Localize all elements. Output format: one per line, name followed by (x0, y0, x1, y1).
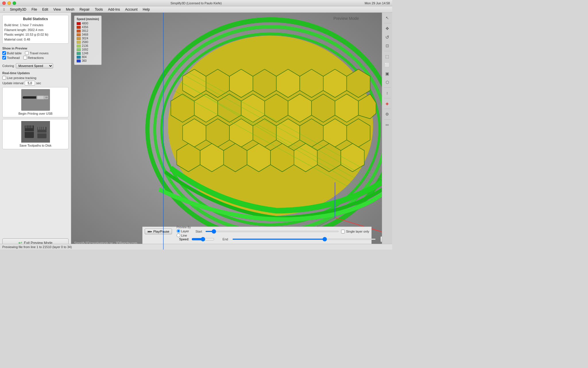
menu-file[interactable]: File (29, 7, 39, 12)
object-svg: Simplify3D/creativetools.se - 3DBenchy.c… (71, 13, 382, 250)
legend-item-3468: 3468 (77, 33, 99, 36)
show-preview-section: Show in Preview Build table Travel moves… (2, 47, 69, 60)
stat-build-time: Build time: 1 hour 7 minutes (4, 23, 67, 28)
build-table-checkbox[interactable] (2, 51, 6, 55)
single-layer-checkbox-item[interactable]: Single layer only (341, 230, 369, 233)
toolhead-checkbox-item[interactable]: Toolhead (2, 56, 20, 60)
update-interval-input[interactable] (25, 81, 35, 85)
menu-account[interactable]: Account (123, 7, 140, 12)
coloring-label: Coloring (2, 64, 14, 68)
svg-rect-15 (38, 127, 40, 130)
disk-button-label: Save Toolpaths to Disk (20, 144, 52, 147)
status-bar: Previewing file from line 1 to 21510 (la… (0, 244, 392, 250)
live-preview-checkbox-item[interactable]: Live preview tracking (2, 76, 69, 80)
retractions-checkbox[interactable] (23, 56, 27, 60)
controls-bottom-row: Speed: End ◀ ▶ (145, 236, 369, 243)
system-tray: Mon 29 Jun 14:58 (365, 0, 390, 6)
viewport-bg: Speed (mm/min) 4800 4356 3912 3468 (71, 13, 382, 250)
datetime: Mon 29 Jun 14:58 (365, 1, 390, 5)
toolhead-label: Toolhead (7, 56, 20, 60)
legend-color-3024 (77, 37, 81, 40)
single-layer-label: Single layer only (346, 230, 369, 233)
update-interval-label: Update interval (2, 81, 24, 85)
menu-simplify3d[interactable]: Simplify3D (7, 7, 28, 12)
layer-prev-button[interactable]: ◀ (380, 236, 382, 242)
material-view-button[interactable]: ◈ (383, 99, 391, 108)
toolhead-checkbox[interactable] (2, 56, 6, 60)
close-button[interactable] (2, 1, 6, 5)
isometric-icon: ⬡ (386, 80, 389, 85)
legend-color-804 (77, 56, 81, 59)
layers-button[interactable]: ≡≡ (383, 121, 391, 129)
svg-rect-4 (37, 96, 44, 99)
layer-radio[interactable] (177, 229, 180, 233)
maximize-button[interactable] (13, 1, 16, 5)
material-icon: ◈ (386, 101, 389, 106)
rotate-tool-button[interactable]: ↺ (383, 33, 391, 41)
toolbar-sep-3 (384, 87, 391, 88)
legend-item-804: 804 (77, 55, 99, 59)
isometric-button[interactable]: ⬡ (383, 78, 391, 86)
menu-edit[interactable]: Edit (40, 7, 51, 12)
menu-addins[interactable]: Add-Ins (106, 7, 122, 12)
play-pause-button[interactable]: ⏮▶ Play/Pause (145, 229, 172, 234)
legend-item-3912: 3912 (77, 29, 99, 32)
menu-help[interactable]: Help (140, 7, 152, 12)
layers-icon: ≡≡ (386, 123, 389, 126)
main-layout: Build Statistics Build time: 1 hour 7 mi… (0, 13, 392, 250)
travel-moves-checkbox[interactable] (25, 51, 29, 55)
legend-item-2580: 2580 (77, 41, 99, 44)
sd-icon (21, 121, 50, 143)
checkbox-row-2: Toolhead Retractions (2, 56, 69, 60)
status-text: Previewing file from line 1 to 21510 (la… (2, 245, 72, 249)
start-label: Start (196, 230, 204, 233)
svg-rect-16 (40, 127, 41, 130)
menu-mesh[interactable]: Mesh (64, 7, 77, 12)
live-preview-checkbox[interactable] (2, 76, 6, 80)
scale-tool-button[interactable]: ⊡ (383, 42, 391, 50)
legend-item-4356: 4356 (77, 26, 99, 29)
usb-image (21, 89, 50, 111)
layer-nav-buttons: ◀ ▶ (380, 236, 382, 242)
build-stats-title: Build Statistics (4, 17, 67, 21)
build-stats-panel: Build Statistics Build time: 1 hour 7 mi… (2, 15, 69, 44)
top-view-button[interactable]: ⬜ (383, 61, 391, 69)
settings-button[interactable]: ⚙ (383, 110, 391, 118)
select-tool-button[interactable]: ↖ (383, 14, 391, 22)
zoom-fit-icon: ↕ (386, 91, 388, 95)
menu-view[interactable]: View (51, 7, 63, 12)
start-slider[interactable] (205, 231, 339, 232)
coloring-select[interactable]: Movement Speed Feature Type Print Temper… (16, 63, 53, 68)
menu-apple[interactable]:  (1, 7, 7, 12)
front-view-icon: ⬚ (385, 54, 389, 59)
retractions-checkbox-item[interactable]: Retractions (23, 56, 44, 60)
speed-slider[interactable] (192, 237, 214, 241)
viewport[interactable]: Speed (mm/min) 4800 4356 3912 3468 (71, 13, 382, 250)
pan-icon: ✥ (386, 26, 389, 31)
legend-item-3024: 3024 (77, 37, 99, 40)
scale-icon: ⊡ (386, 43, 389, 48)
legend-color-3468 (77, 33, 81, 36)
travel-moves-checkbox-item[interactable]: Travel moves (25, 51, 49, 55)
sd-image (21, 121, 50, 143)
stat-material: Material cost: 0.48 (4, 37, 67, 42)
save-disk-button[interactable]: Save Toolpaths to Disk (2, 119, 69, 149)
legend-value-4800: 4800 (82, 22, 88, 25)
menu-tools[interactable]: Tools (92, 7, 105, 12)
side-view-button[interactable]: ▣ (383, 70, 391, 78)
end-slider[interactable] (232, 239, 376, 240)
menu-repair[interactable]: Repair (77, 7, 92, 12)
layer-radio-item[interactable]: Layer (177, 229, 191, 233)
pan-tool-button[interactable]: ✥ (383, 24, 391, 32)
build-table-checkbox-item[interactable]: Build table (2, 51, 22, 55)
legend-color-360 (77, 60, 81, 62)
toolbar-sep-1 (384, 23, 391, 23)
usb-print-button[interactable]: Begin Printing over USB (2, 87, 69, 117)
minimize-button[interactable] (7, 1, 11, 5)
left-panel: Build Statistics Build time: 1 hour 7 mi… (0, 13, 71, 250)
zoom-fit-button[interactable]: ↕ (383, 89, 391, 97)
front-view-button[interactable]: ⬚ (383, 52, 391, 60)
realtime-section: Real-time Updates Live preview tracking … (2, 71, 69, 85)
preview-by-label: Preview By (177, 226, 191, 229)
single-layer-checkbox[interactable] (341, 230, 345, 233)
